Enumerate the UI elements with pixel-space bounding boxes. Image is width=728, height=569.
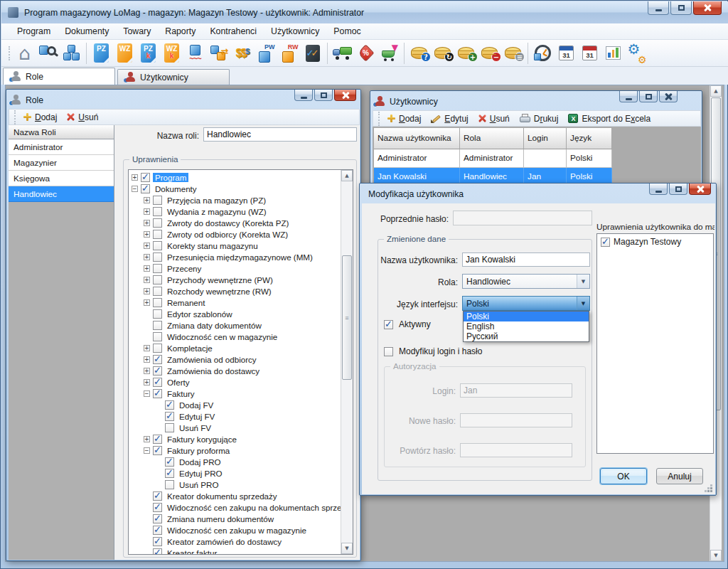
resize-grip[interactable] xyxy=(710,490,712,492)
tree-item[interactable]: Kreator zamówień do dostawcy xyxy=(129,536,341,547)
tree-checkbox[interactable] xyxy=(153,491,162,501)
expand-icon[interactable]: + xyxy=(144,368,150,374)
menu-item-dokumenty[interactable]: Dokumenty xyxy=(58,24,116,38)
tree-checkbox[interactable] xyxy=(153,366,162,376)
maximize-button[interactable] xyxy=(314,90,333,101)
tree-checkbox[interactable] xyxy=(153,526,162,535)
search-goods-icon[interactable] xyxy=(36,41,60,65)
tab-użytkownicy[interactable]: Użytkownicy xyxy=(117,69,230,85)
collapse-icon[interactable]: − xyxy=(144,390,150,397)
tree-checkbox[interactable] xyxy=(165,480,174,489)
tree-checkbox[interactable] xyxy=(165,457,174,467)
tree-item[interactable]: Usuń PRO xyxy=(129,479,341,490)
tab-role[interactable]: Role xyxy=(3,68,115,85)
expand-icon[interactable]: + xyxy=(144,220,150,226)
minimize-button[interactable] xyxy=(619,91,638,102)
tree-item[interactable]: Widoczność cen w magazynie xyxy=(129,331,341,342)
expand-icon[interactable]: + xyxy=(144,208,150,215)
tree-checkbox[interactable] xyxy=(153,321,162,330)
language-dropdown[interactable]: Polski xyxy=(462,296,590,311)
role-list-item[interactable]: Magazynier xyxy=(9,155,114,171)
tree-checkbox[interactable] xyxy=(153,548,162,555)
column-header-rola[interactable]: Rola xyxy=(460,128,524,149)
print-button[interactable]: Drukuj xyxy=(515,112,564,125)
tree-item[interactable]: +Wydania z magazynu (WZ) xyxy=(129,206,341,217)
tree-item[interactable]: Usuń FV xyxy=(129,422,341,433)
tree-item[interactable]: +Przeceny xyxy=(129,262,341,274)
tree-checkbox[interactable] xyxy=(153,230,162,239)
tree-item[interactable]: Widoczność cen zakupu w magazynie xyxy=(129,524,341,536)
menu-item-towary[interactable]: Towary xyxy=(116,24,158,38)
tree-checkbox[interactable] xyxy=(165,400,174,410)
previous-password-field[interactable] xyxy=(453,211,592,225)
tree-checkbox[interactable] xyxy=(153,252,162,262)
settings-gears-icon[interactable]: ⚙⚙ xyxy=(625,41,648,65)
collapse-icon[interactable]: − xyxy=(144,447,150,454)
goods-icon[interactable] xyxy=(60,41,83,65)
expand-icon[interactable]: + xyxy=(144,254,150,260)
active-checkbox-row[interactable]: Aktywny xyxy=(384,319,431,329)
maximize-button[interactable] xyxy=(670,1,692,15)
tree-item[interactable]: +Faktury korygujące xyxy=(129,433,341,445)
history-clock-icon[interactable] xyxy=(531,41,555,65)
tree-checkbox[interactable] xyxy=(153,196,162,205)
minimize-button[interactable] xyxy=(294,90,313,101)
close-button[interactable] xyxy=(693,1,722,15)
modify-login-checkbox[interactable] xyxy=(384,347,393,356)
tree-checkbox[interactable] xyxy=(153,344,162,353)
pz-document-icon[interactable]: PZ xyxy=(90,41,113,65)
expand-icon[interactable]: + xyxy=(144,197,150,203)
chart-icon[interactable] xyxy=(601,41,625,65)
scroll-up-icon[interactable]: ▲ xyxy=(710,85,722,97)
rw-document-icon[interactable]: RW xyxy=(277,41,301,65)
tree-item[interactable]: −Faktury proforma xyxy=(129,445,341,456)
close-button[interactable] xyxy=(689,184,711,195)
expand-icon[interactable]: + xyxy=(144,379,150,385)
tree-item[interactable]: +Przychody wewnętrzne (PW) xyxy=(129,274,341,285)
tree-checkbox[interactable] xyxy=(165,469,174,478)
tree-checkbox[interactable] xyxy=(153,264,162,273)
repeat-password-field[interactable] xyxy=(460,443,572,457)
tree-item[interactable]: +Zwroty od odbiorcy (Korekta WZ) xyxy=(129,228,341,240)
tree-item[interactable]: −Dokumenty xyxy=(129,183,341,194)
menu-item-raporty[interactable]: Raporty xyxy=(158,24,203,38)
tree-checkbox[interactable] xyxy=(165,412,174,421)
discount-tag-icon[interactable]: % xyxy=(354,41,378,65)
add-user-button[interactable]: Dodaj xyxy=(382,112,426,125)
minimize-button[interactable] xyxy=(649,184,668,195)
expand-icon[interactable]: + xyxy=(144,345,150,351)
scroll-down-icon[interactable]: ▼ xyxy=(341,543,353,554)
tree-checkbox[interactable] xyxy=(153,378,162,387)
tree-item[interactable]: Edytor szablonów xyxy=(129,308,341,319)
expand-icon[interactable]: + xyxy=(144,436,150,442)
tree-item[interactable]: Dodaj PRO xyxy=(129,456,341,467)
cancel-button[interactable]: Anuluj xyxy=(656,468,703,484)
scroll-up-icon[interactable]: ▲ xyxy=(341,170,353,181)
scroll-down-icon[interactable]: ▼ xyxy=(710,550,722,561)
role-list-item[interactable]: Administrator xyxy=(9,139,114,155)
tree-checkbox[interactable] xyxy=(153,287,162,296)
dropdown-option-polski[interactable]: Polski xyxy=(464,312,589,321)
chevron-down-icon[interactable] xyxy=(577,275,589,288)
edit-user-button[interactable]: Edytuj xyxy=(426,112,473,125)
stock-correction-icon[interactable]: ~~~ xyxy=(183,41,207,65)
tree-checkbox[interactable] xyxy=(153,241,162,250)
warehouse-item[interactable]: Magazyn Testowy xyxy=(597,234,713,247)
active-checkbox[interactable] xyxy=(384,320,393,329)
tree-item[interactable]: +Program xyxy=(129,171,341,183)
column-header-język[interactable]: Język xyxy=(567,128,612,149)
tree-checkbox[interactable] xyxy=(141,173,150,182)
tree-item[interactable]: Dodaj FV xyxy=(129,399,341,410)
coins-document-icon[interactable]: ≡ xyxy=(501,41,525,65)
delete-user-button[interactable]: Usuń xyxy=(473,112,515,125)
expand-icon[interactable]: + xyxy=(144,277,150,283)
ok-button[interactable]: OK xyxy=(600,468,647,484)
delivery-icon[interactable] xyxy=(331,41,354,65)
role-list-item[interactable]: Handlowiec xyxy=(9,186,114,202)
calendar-red-icon[interactable]: 31 xyxy=(578,41,601,65)
role-name-input[interactable] xyxy=(203,127,357,142)
tree-item[interactable]: Zmiana daty dokumentów xyxy=(129,319,341,331)
tree-item[interactable]: +Zwroty do dostawcy (Korekta PZ) xyxy=(129,217,341,228)
export-excel-button[interactable]: XEksport do Excela xyxy=(563,112,655,125)
coins-minus-icon[interactable]: − xyxy=(478,41,501,65)
